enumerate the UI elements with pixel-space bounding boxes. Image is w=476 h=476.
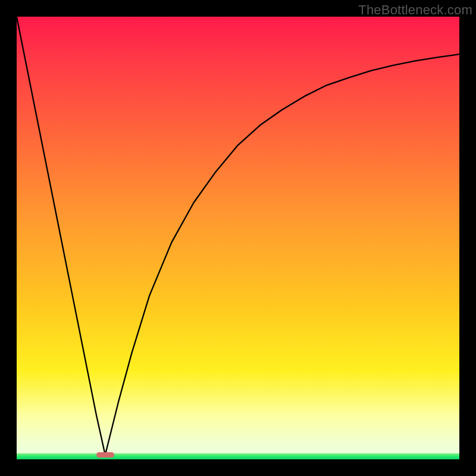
optimal-marker xyxy=(96,452,114,458)
watermark-text: TheBottleneck.com xyxy=(358,2,472,18)
curve-path xyxy=(17,17,459,455)
chart-frame: TheBottleneck.com xyxy=(0,0,476,476)
bottleneck-curve xyxy=(17,17,459,459)
